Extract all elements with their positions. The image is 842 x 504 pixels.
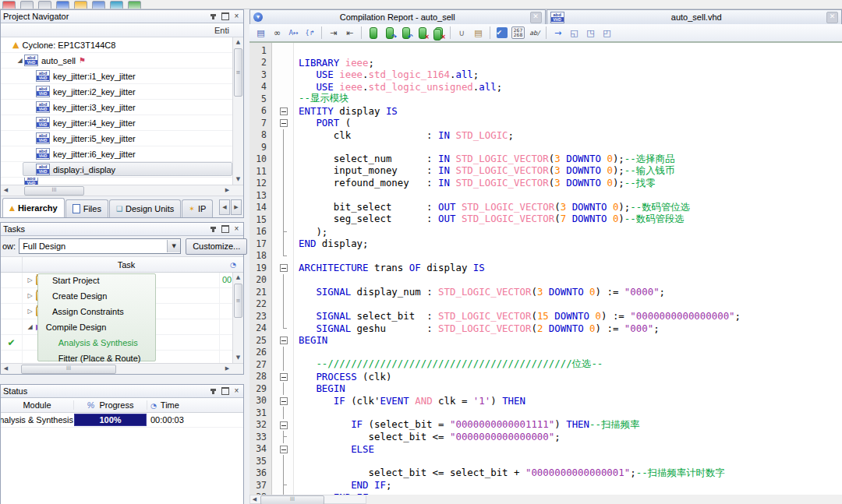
tab-design-units[interactable]: ❑Design Units — [109, 199, 181, 217]
pencil-icon[interactable] — [56, 1, 69, 9]
tab-ip[interactable]: ✶IP — [182, 199, 213, 217]
indent-icon[interactable]: ⇥ — [326, 26, 341, 40]
float-icon[interactable] — [220, 12, 230, 21]
tree-item-display-i-display[interactable]: abdVHDdisplay:i_display — [1, 162, 243, 178]
fold-marker[interactable] — [267, 117, 293, 129]
expander-icon[interactable]: ◢ — [16, 57, 24, 64]
fold-collapse-icon[interactable] — [280, 373, 288, 381]
tab-hierarchy[interactable]: ▲Hierarchy — [2, 198, 65, 217]
goto-line-icon[interactable]: → — [550, 26, 565, 40]
fold-marker[interactable] — [267, 262, 293, 274]
tree-item-key-jitter-i6-key-jitter[interactable]: abdVHDkey_jitter:i6_key_jitter — [1, 146, 243, 162]
scroll-thumb[interactable]: lll — [21, 365, 116, 374]
bookmark-prev-icon[interactable]: ↶ — [398, 26, 413, 40]
word-mode-icon[interactable]: ab/ — [527, 26, 542, 40]
tasks-tree[interactable]: ▷Start Project▷Create Design▷Assign Cons… — [1, 273, 243, 363]
close-icon[interactable]: × — [232, 386, 242, 396]
goto-bracket-icon[interactable]: {↱ — [302, 26, 317, 40]
tab-files[interactable]: Files — [65, 199, 108, 217]
tabs-scroll-right-icon[interactable]: ▶ — [231, 199, 242, 215]
scroll-left-icon[interactable]: ◀ — [1, 185, 11, 196]
find-replace-icon[interactable]: A↔ — [286, 26, 301, 40]
tree-item-key-jitter-i1-key-jitter[interactable]: abdVHDkey_jitter:i1_key_jitter — [1, 69, 243, 84]
ruler-icon[interactable] — [92, 1, 105, 9]
tree-item-key-jitter-i2-key-jitter[interactable]: abdVHDkey_jitter:i2_key_jitter — [1, 84, 243, 100]
tree-item-key-jitter-i5-key-jitter[interactable]: abdVHDkey_jitter:i5_key_jitter — [1, 131, 243, 146]
attach-icon[interactable]: ∪ — [455, 26, 469, 40]
tree-item-auto-sell[interactable]: ◢abdVHDauto_sell⚑ — [1, 53, 243, 69]
tree-item[interactable]: abdVHD — [1, 178, 243, 185]
pane-right-icon[interactable]: ◳ — [583, 26, 598, 40]
tree-item-cyclone-ep1c3t144c8[interactable]: ▲Cyclone: EP1C3T144C8 — [1, 37, 243, 53]
scroll-thumb[interactable]: lll — [24, 186, 84, 196]
line-counter[interactable]: 267268 — [511, 26, 525, 40]
fold-marker[interactable] — [267, 443, 293, 456]
project-hierarchy-tree[interactable]: ▲Cyclone: EP1C3T144C8◢abdVHDauto_sell⚑ab… — [1, 37, 243, 185]
scroll-right-icon[interactable]: ▶ — [222, 185, 232, 196]
editor-display-icon[interactable]: ▤ — [253, 26, 268, 40]
horizontal-scrollbar[interactable]: ◀ lll ▶ — [1, 185, 243, 196]
check-icon[interactable] — [128, 1, 141, 9]
scroll-up-icon[interactable]: ▲ — [233, 37, 243, 48]
task-column-header[interactable]: Task — [23, 260, 230, 270]
fold-marker[interactable] — [267, 105, 293, 118]
vertical-scrollbar[interactable]: ▲ ≡ ▼ — [232, 273, 243, 363]
tab-compilation-report[interactable]: ▾ Compilation Report - auto_sell ✕ — [249, 9, 546, 24]
customize-button[interactable]: Customize... — [186, 238, 247, 255]
module-column-header[interactable]: Module — [1, 400, 74, 410]
fold-collapse-icon[interactable] — [280, 264, 288, 272]
tree-item-key-jitter-i4-key-jitter[interactable]: abdVHDkey_jitter:i4_key_jitter — [1, 115, 243, 131]
progress-column-header[interactable]: %Progress — [74, 400, 147, 410]
fold-collapse-icon[interactable] — [280, 421, 288, 429]
document-icon[interactable] — [2, 1, 16, 9]
fold-collapse-icon[interactable] — [280, 397, 288, 405]
scroll-thumb[interactable]: ≡ — [234, 284, 242, 318]
pin-icon[interactable] — [208, 224, 218, 234]
chevron-down-icon[interactable]: ▼ — [167, 240, 180, 252]
fold-collapse-icon[interactable] — [280, 446, 288, 453]
unindent-icon[interactable]: ⇤ — [342, 26, 357, 40]
close-icon[interactable]: × — [232, 12, 242, 21]
fold-marker[interactable] — [267, 395, 293, 407]
expander-icon[interactable]: ▷ — [26, 292, 34, 299]
scroll-thumb[interactable]: ≡ — [234, 48, 242, 97]
tabs-scroll-left-icon[interactable]: ◀ — [219, 199, 230, 215]
bookmark-next-icon[interactable]: ↷ — [382, 26, 397, 40]
expander-icon[interactable]: ▷ — [26, 277, 34, 284]
pin-icon[interactable] — [208, 12, 218, 21]
code-editor[interactable]: 12LIBRARY ieee;3 USE ieee.std_logic_1164… — [249, 43, 842, 495]
time-column-clock-icon[interactable]: ◔ — [230, 261, 243, 269]
tree-item-key-jitter-i3-key-jitter[interactable]: abdVHDkey_jitter:i3_key_jitter — [1, 100, 243, 115]
horizontal-scrollbar[interactable]: ◀ lll ▶ — [1, 363, 243, 374]
editor-horizontal-scrollbar[interactable]: ◀ lll — [249, 495, 842, 504]
check-syntax-icon[interactable]: ✔ — [494, 26, 509, 40]
scroll-right-icon[interactable]: ▶ — [222, 364, 232, 374]
fold-collapse-icon[interactable] — [280, 337, 288, 344]
fold-collapse-icon[interactable] — [280, 119, 288, 127]
bookmark-toggle-icon[interactable] — [366, 26, 380, 40]
time-column-header[interactable]: ◔Time — [147, 400, 243, 410]
scroll-left-icon[interactable]: ◀ — [249, 495, 260, 504]
entity-column-header[interactable]: Enti — [1, 23, 243, 37]
flow-select[interactable]: Full Design ▼ — [19, 238, 181, 254]
pin-icon[interactable] — [208, 386, 218, 396]
close-icon[interactable]: ✕ — [826, 12, 838, 23]
close-icon[interactable]: ✕ — [530, 12, 542, 23]
float-icon[interactable] — [220, 224, 230, 234]
find-icon[interactable]: ∞ — [270, 26, 285, 40]
globe-icon[interactable] — [110, 1, 123, 9]
fold-marker[interactable] — [267, 334, 293, 347]
vertical-scrollbar[interactable]: ▲ ≡ ▼ — [232, 37, 243, 185]
scroll-down-icon[interactable]: ▼ — [233, 353, 243, 363]
expander-icon[interactable]: ▷ — [26, 308, 34, 315]
pane-top-icon[interactable]: ◰ — [600, 26, 614, 40]
fold-collapse-icon[interactable] — [280, 107, 288, 115]
pane-bottom-icon[interactable]: ◱ — [567, 26, 582, 40]
folder-icon[interactable] — [74, 1, 87, 9]
float-icon[interactable] — [220, 386, 230, 396]
paste-icon[interactable] — [38, 1, 51, 9]
scroll-thumb[interactable]: lll — [260, 495, 324, 504]
macro-scroll-icon[interactable]: ▤ — [471, 26, 486, 40]
close-icon[interactable]: × — [232, 224, 242, 234]
scroll-left-icon[interactable]: ◀ — [1, 364, 11, 374]
